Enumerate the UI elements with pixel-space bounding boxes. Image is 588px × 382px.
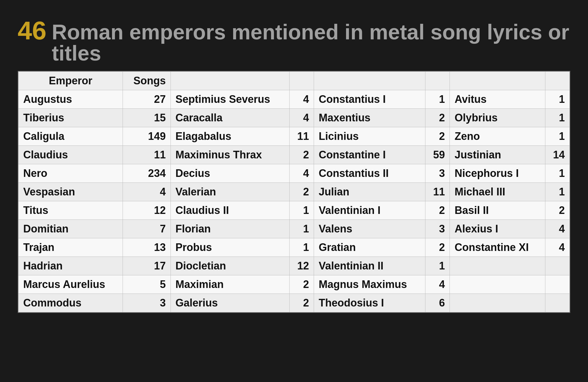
- cell-name-r5-c2: Julian: [314, 183, 425, 201]
- cell-songs-r7-c1: 1: [289, 220, 314, 238]
- col-header-emperor-4: [450, 72, 545, 90]
- cell-name-r0-c3: Avitus: [450, 90, 545, 109]
- cell-name-r3-c0: Claudius: [19, 146, 123, 164]
- table-row: Tiberius15Caracalla4Maxentius2Olybrius1: [19, 109, 570, 127]
- cell-songs-r8-c2: 2: [425, 238, 450, 257]
- cell-name-r6-c0: Titus: [19, 201, 123, 220]
- table-wrapper: Emperor Songs Augustus27Septimius Severu…: [18, 71, 570, 313]
- cell-name-r4-c0: Nero: [19, 164, 123, 183]
- emperors-table: Emperor Songs Augustus27Septimius Severu…: [18, 71, 570, 312]
- cell-name-r1-c3: Olybrius: [450, 109, 545, 127]
- page-title-container: 46 Roman emperors mentioned in metal son…: [18, 18, 570, 64]
- cell-name-r2-c1: Elagabalus: [171, 127, 289, 146]
- table-row: Trajan13Probus1Gratian2Constantine XI4: [19, 238, 570, 257]
- cell-name-r6-c1: Claudius II: [171, 201, 289, 220]
- cell-songs-r8-c0: 13: [123, 238, 171, 257]
- cell-name-r1-c1: Caracalla: [171, 109, 289, 127]
- cell-songs-r3-c3: 14: [545, 146, 569, 164]
- cell-name-r11-c0: Commodus: [19, 294, 123, 312]
- cell-name-r8-c0: Trajan: [19, 238, 123, 257]
- table-row: Nero234Decius4Constantius II3Nicephorus …: [19, 164, 570, 183]
- cell-songs-r1-c1: 4: [289, 109, 314, 127]
- cell-songs-r4-c2: 3: [425, 164, 450, 183]
- cell-name-r1-c2: Maxentius: [314, 109, 425, 127]
- title-number: 46: [18, 18, 46, 43]
- cell-songs-r0-c3: 1: [545, 90, 569, 109]
- cell-name-r6-c3: Basil II: [450, 201, 545, 220]
- cell-songs-r6-c2: 2: [425, 201, 450, 220]
- cell-name-r1-c0: Tiberius: [19, 109, 123, 127]
- table-row: Marcus Aurelius5Maximian2Magnus Maximus4: [19, 275, 570, 294]
- cell-songs-r8-c1: 1: [289, 238, 314, 257]
- cell-name-r6-c2: Valentinian I: [314, 201, 425, 220]
- cell-songs-r1-c0: 15: [123, 109, 171, 127]
- cell-songs-r1-c2: 2: [425, 109, 450, 127]
- cell-songs-r9-c3: [545, 257, 569, 275]
- cell-name-r7-c0: Domitian: [19, 220, 123, 238]
- cell-name-r8-c2: Gratian: [314, 238, 425, 257]
- cell-songs-r9-c0: 17: [123, 257, 171, 275]
- cell-name-r9-c2: Valentinian II: [314, 257, 425, 275]
- cell-songs-r0-c0: 27: [123, 90, 171, 109]
- cell-name-r10-c3: [450, 275, 545, 294]
- cell-name-r9-c1: Diocletian: [171, 257, 289, 275]
- cell-name-r0-c1: Septimius Severus: [171, 90, 289, 109]
- cell-name-r0-c0: Augustus: [19, 90, 123, 109]
- cell-songs-r3-c2: 59: [425, 146, 450, 164]
- cell-name-r8-c1: Probus: [171, 238, 289, 257]
- cell-songs-r7-c3: 4: [545, 220, 569, 238]
- cell-songs-r10-c1: 2: [289, 275, 314, 294]
- cell-songs-r7-c0: 7: [123, 220, 171, 238]
- cell-name-r5-c0: Vespasian: [19, 183, 123, 201]
- cell-name-r7-c3: Alexius I: [450, 220, 545, 238]
- cell-songs-r7-c2: 3: [425, 220, 450, 238]
- cell-songs-r2-c0: 149: [123, 127, 171, 146]
- cell-name-r11-c2: Theodosius I: [314, 294, 425, 312]
- cell-songs-r3-c0: 11: [123, 146, 171, 164]
- col-header-songs-3: [425, 72, 450, 90]
- cell-songs-r2-c2: 2: [425, 127, 450, 146]
- cell-songs-r9-c1: 12: [289, 257, 314, 275]
- table-row: Claudius11Maximinus Thrax2Constantine I5…: [19, 146, 570, 164]
- cell-name-r3-c2: Constantine I: [314, 146, 425, 164]
- cell-name-r7-c1: Florian: [171, 220, 289, 238]
- table-header-row: Emperor Songs: [19, 72, 570, 90]
- cell-songs-r6-c0: 12: [123, 201, 171, 220]
- cell-name-r11-c3: [450, 294, 545, 312]
- title-text: Roman emperors mentioned in metal song l…: [52, 21, 570, 64]
- cell-songs-r5-c1: 2: [289, 183, 314, 201]
- table-row: Caligula149Elagabalus11Licinius2Zeno1: [19, 127, 570, 146]
- cell-songs-r6-c1: 1: [289, 201, 314, 220]
- cell-songs-r11-c2: 6: [425, 294, 450, 312]
- cell-name-r8-c3: Constantine XI: [450, 238, 545, 257]
- cell-songs-r3-c1: 2: [289, 146, 314, 164]
- cell-name-r3-c3: Justinian: [450, 146, 545, 164]
- cell-songs-r1-c3: 1: [545, 109, 569, 127]
- cell-name-r3-c1: Maximinus Thrax: [171, 146, 289, 164]
- cell-songs-r8-c3: 4: [545, 238, 569, 257]
- cell-songs-r11-c1: 2: [289, 294, 314, 312]
- cell-songs-r10-c0: 5: [123, 275, 171, 294]
- col-header-emperor-2: [171, 72, 289, 90]
- cell-name-r5-c1: Valerian: [171, 183, 289, 201]
- cell-songs-r2-c1: 11: [289, 127, 314, 146]
- cell-songs-r5-c3: 1: [545, 183, 569, 201]
- col-header-songs-4: [545, 72, 569, 90]
- cell-name-r10-c0: Marcus Aurelius: [19, 275, 123, 294]
- cell-songs-r0-c2: 1: [425, 90, 450, 109]
- table-row: Domitian7Florian1Valens3Alexius I4: [19, 220, 570, 238]
- table-row: Titus12Claudius II1Valentinian I2Basil I…: [19, 201, 570, 220]
- cell-songs-r4-c3: 1: [545, 164, 569, 183]
- col-header-songs-2: [289, 72, 314, 90]
- cell-songs-r5-c0: 4: [123, 183, 171, 201]
- cell-songs-r10-c3: [545, 275, 569, 294]
- cell-name-r5-c3: Michael III: [450, 183, 545, 201]
- cell-songs-r0-c1: 4: [289, 90, 314, 109]
- cell-songs-r10-c2: 4: [425, 275, 450, 294]
- cell-name-r9-c0: Hadrian: [19, 257, 123, 275]
- table-row: Hadrian17Diocletian12Valentinian II1: [19, 257, 570, 275]
- cell-name-r7-c2: Valens: [314, 220, 425, 238]
- cell-name-r10-c2: Magnus Maximus: [314, 275, 425, 294]
- cell-name-r11-c1: Galerius: [171, 294, 289, 312]
- cell-name-r2-c0: Caligula: [19, 127, 123, 146]
